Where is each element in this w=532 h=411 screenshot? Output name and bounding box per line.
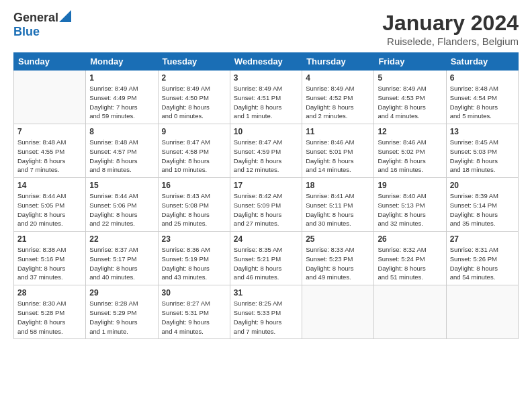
cell-line: Daylight: 8 hours <box>306 210 370 220</box>
col-sunday: Sunday <box>14 53 86 71</box>
day-number: 8 <box>89 127 154 136</box>
cell-line: and 43 minutes. <box>162 273 226 282</box>
cell-info: Sunrise: 8:38 AMSunset: 5:16 PMDaylight:… <box>17 245 82 282</box>
day-number: 19 <box>378 181 442 190</box>
cell-line: Daylight: 8 hours <box>378 210 442 220</box>
day-number: 2 <box>162 73 226 83</box>
cell-info: Sunrise: 8:48 AMSunset: 4:57 PMDaylight:… <box>89 138 154 175</box>
cell-line: Daylight: 9 hours <box>234 318 298 327</box>
table-row: 5Sunrise: 8:49 AMSunset: 4:53 PMDaylight… <box>374 71 446 124</box>
cell-line: Sunset: 5:08 PM <box>162 201 226 210</box>
cell-line: Sunrise: 8:49 AM <box>306 84 370 93</box>
cell-info: Sunrise: 8:46 AMSunset: 5:02 PMDaylight:… <box>378 138 442 175</box>
table-row: 15Sunrise: 8:44 AMSunset: 5:06 PMDayligh… <box>86 178 158 232</box>
table-row: 6Sunrise: 8:48 AMSunset: 4:54 PMDaylight… <box>446 71 518 124</box>
cell-line: Sunset: 5:19 PM <box>162 255 226 264</box>
cell-line: and 35 minutes. <box>450 219 515 228</box>
cell-line: Daylight: 8 hours <box>306 264 370 273</box>
table-row: 20Sunrise: 8:39 AMSunset: 5:14 PMDayligh… <box>446 178 518 232</box>
cell-line: Daylight: 8 hours <box>162 156 226 166</box>
cell-info: Sunrise: 8:45 AMSunset: 5:03 PMDaylight:… <box>450 138 515 175</box>
day-number: 3 <box>234 73 298 83</box>
cell-line: and 49 minutes. <box>306 273 370 282</box>
cell-line: Sunrise: 8:33 AM <box>306 245 370 255</box>
cell-line: Daylight: 8 hours <box>234 264 298 273</box>
cell-line: and 32 minutes. <box>378 219 442 228</box>
cell-line: Sunset: 5:01 PM <box>306 147 370 156</box>
calendar-table: Sunday Monday Tuesday Wednesday Thursday… <box>13 52 519 339</box>
cell-line: Sunset: 5:21 PM <box>234 255 298 264</box>
cell-line: Sunrise: 8:48 AM <box>450 84 515 93</box>
cell-line: Sunset: 5:03 PM <box>450 147 515 156</box>
cell-line: Sunrise: 8:45 AM <box>450 138 515 147</box>
cell-line: Sunset: 5:33 PM <box>234 308 298 318</box>
cell-line: Sunrise: 8:48 AM <box>89 138 154 147</box>
cell-line: Sunrise: 8:25 AM <box>234 299 298 308</box>
cell-line: Daylight: 8 hours <box>17 318 82 327</box>
title-area: January 2024 Ruiselede, Flanders, Belgiu… <box>382 11 519 47</box>
cell-line: and 22 minutes. <box>89 219 154 228</box>
cell-line: Daylight: 8 hours <box>378 264 442 273</box>
table-row: 13Sunrise: 8:45 AMSunset: 5:03 PMDayligh… <box>446 124 518 178</box>
day-number: 23 <box>162 234 226 244</box>
cell-info: Sunrise: 8:44 AMSunset: 5:06 PMDaylight:… <box>89 191 154 228</box>
cell-line: Sunrise: 8:42 AM <box>234 191 298 201</box>
cell-line: Sunrise: 8:38 AM <box>17 245 82 255</box>
table-row: 28Sunrise: 8:30 AMSunset: 5:28 PMDayligh… <box>14 285 86 339</box>
header-row: Sunday Monday Tuesday Wednesday Thursday… <box>14 53 519 71</box>
cell-line: Sunrise: 8:47 AM <box>234 138 298 147</box>
cell-info: Sunrise: 8:39 AMSunset: 5:14 PMDaylight:… <box>450 191 515 228</box>
table-row: 17Sunrise: 8:42 AMSunset: 5:09 PMDayligh… <box>230 178 302 232</box>
cell-line: Daylight: 8 hours <box>17 210 82 220</box>
cell-line: and 16 minutes. <box>378 165 442 175</box>
cell-line: and 7 minutes. <box>17 165 82 175</box>
cell-line: Daylight: 8 hours <box>306 156 370 166</box>
cell-line: Daylight: 8 hours <box>162 210 226 220</box>
day-number: 20 <box>450 181 515 190</box>
cell-info: Sunrise: 8:25 AMSunset: 5:33 PMDaylight:… <box>234 299 298 336</box>
cell-line: Sunrise: 8:46 AM <box>306 138 370 147</box>
cell-line: and 27 minutes. <box>234 219 298 228</box>
cell-line: Daylight: 7 hours <box>89 103 154 112</box>
table-row: 21Sunrise: 8:38 AMSunset: 5:16 PMDayligh… <box>14 232 86 285</box>
day-number: 24 <box>234 234 298 244</box>
cell-line: Sunset: 4:53 PM <box>378 93 442 103</box>
logo: General Blue <box>13 11 71 38</box>
cell-info: Sunrise: 8:28 AMSunset: 5:29 PMDaylight:… <box>89 299 154 336</box>
calendar-title: January 2024 <box>382 11 519 36</box>
logo-blue: Blue <box>13 25 71 39</box>
cell-line: and 12 minutes. <box>234 165 298 175</box>
col-saturday: Saturday <box>446 53 518 71</box>
svg-marker-0 <box>59 10 71 22</box>
cell-line: Daylight: 8 hours <box>378 156 442 166</box>
table-row: 31Sunrise: 8:25 AMSunset: 5:33 PMDayligh… <box>230 285 302 339</box>
cell-line: and 54 minutes. <box>450 273 515 282</box>
cell-line: and 8 minutes. <box>89 165 154 175</box>
day-number: 12 <box>378 127 442 136</box>
cell-line: Sunset: 5:24 PM <box>378 255 442 264</box>
cell-line: Sunset: 5:05 PM <box>17 201 82 210</box>
cell-line: Sunset: 4:55 PM <box>17 147 82 156</box>
table-row: 18Sunrise: 8:41 AMSunset: 5:11 PMDayligh… <box>302 178 374 232</box>
cell-line: Sunset: 4:49 PM <box>89 93 154 103</box>
col-wednesday: Wednesday <box>230 53 302 71</box>
table-row <box>374 285 446 339</box>
cell-line: and 25 minutes. <box>162 219 226 228</box>
cell-line: and 1 minute. <box>234 111 298 121</box>
cell-line: Sunset: 5:13 PM <box>378 201 442 210</box>
cell-line: and 4 minutes. <box>162 327 226 336</box>
day-number: 10 <box>234 127 298 136</box>
cell-line: Sunrise: 8:35 AM <box>234 245 298 255</box>
cell-info: Sunrise: 8:49 AMSunset: 4:50 PMDaylight:… <box>162 84 226 121</box>
cell-info: Sunrise: 8:48 AMSunset: 4:55 PMDaylight:… <box>17 138 82 175</box>
table-row: 22Sunrise: 8:37 AMSunset: 5:17 PMDayligh… <box>86 232 158 285</box>
table-row: 12Sunrise: 8:46 AMSunset: 5:02 PMDayligh… <box>374 124 446 178</box>
header: General Blue January 2024 Ruiselede, Fla… <box>13 11 519 47</box>
cell-line: and 18 minutes. <box>450 165 515 175</box>
cell-line: Daylight: 8 hours <box>450 210 515 220</box>
table-row: 8Sunrise: 8:48 AMSunset: 4:57 PMDaylight… <box>86 124 158 178</box>
cell-info: Sunrise: 8:36 AMSunset: 5:19 PMDaylight:… <box>162 245 226 282</box>
day-number: 4 <box>306 73 370 83</box>
cell-line: Sunset: 5:14 PM <box>450 201 515 210</box>
cell-line: Sunrise: 8:47 AM <box>162 138 226 147</box>
